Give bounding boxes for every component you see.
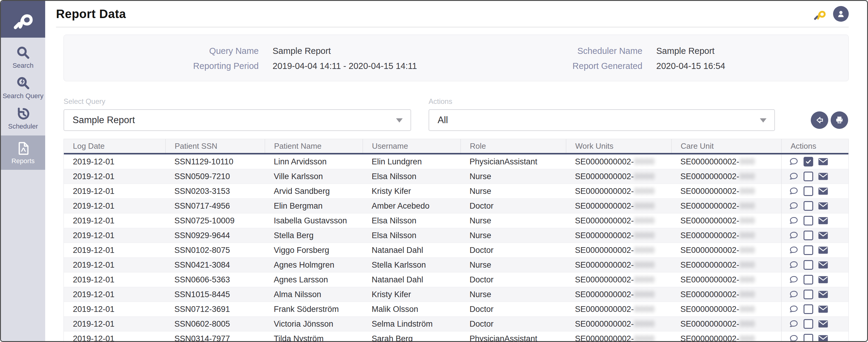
care-unit-prefix: SE0000000002- bbox=[680, 231, 739, 240]
select-checkbox[interactable] bbox=[804, 157, 813, 166]
comment-icon[interactable] bbox=[789, 201, 799, 211]
mail-icon[interactable] bbox=[818, 245, 829, 255]
cell-username: Kristy Kifer bbox=[363, 184, 461, 198]
select-query-dropdown[interactable]: Sample Report bbox=[64, 109, 411, 131]
select-checkbox[interactable] bbox=[804, 230, 813, 240]
mail-icon[interactable] bbox=[818, 275, 829, 284]
cell-patient-name: Elin Bergman bbox=[265, 199, 363, 213]
comment-icon[interactable] bbox=[789, 304, 799, 314]
mail-icon[interactable] bbox=[818, 216, 829, 225]
summary-right-group: Scheduler Name Sample Report Report Gene… bbox=[460, 46, 725, 71]
comment-icon[interactable] bbox=[789, 245, 799, 255]
select-checkbox[interactable] bbox=[804, 201, 813, 211]
work-units-redacted: 0000 bbox=[634, 275, 655, 284]
work-units-redacted: 0000 bbox=[634, 290, 655, 299]
cell-username: Amber Acebedo bbox=[363, 199, 461, 213]
select-checkbox[interactable] bbox=[804, 216, 813, 225]
select-checkbox[interactable] bbox=[804, 290, 813, 299]
cell-patient-ssn: SSN0602-8005 bbox=[165, 317, 265, 331]
cell-patient-ssn: SSN0509-7210 bbox=[165, 169, 265, 184]
cell-log-date: 2019-12-01 bbox=[64, 213, 165, 228]
reporting-period-label: Reporting Period bbox=[64, 61, 259, 71]
select-checkbox[interactable] bbox=[804, 319, 813, 329]
cell-care-unit: SE0000000002-000 bbox=[671, 258, 781, 272]
care-unit-redacted: 000 bbox=[740, 172, 755, 181]
app-logo[interactable] bbox=[1, 1, 45, 38]
cell-work-units: SE0000000002-0000 bbox=[566, 287, 671, 302]
select-checkbox[interactable] bbox=[804, 334, 813, 342]
cell-role: Doctor bbox=[461, 302, 566, 316]
select-checkbox[interactable] bbox=[804, 304, 813, 314]
care-unit-redacted: 000 bbox=[740, 260, 755, 270]
comment-icon[interactable] bbox=[789, 260, 799, 270]
check-icon bbox=[805, 158, 812, 165]
mail-icon[interactable] bbox=[818, 186, 829, 196]
mail-icon[interactable] bbox=[818, 319, 829, 329]
cell-log-date: 2019-12-01 bbox=[64, 273, 165, 287]
comment-icon[interactable] bbox=[789, 216, 799, 226]
export-back-button[interactable] bbox=[811, 112, 828, 129]
column-header-log-date: Log Date bbox=[64, 139, 165, 153]
cell-work-units: SE0000000002-0000 bbox=[566, 228, 671, 243]
mail-icon[interactable] bbox=[818, 334, 829, 342]
care-unit-redacted: 000 bbox=[740, 275, 755, 284]
cell-username: Elsa Nilsson bbox=[363, 228, 461, 243]
select-query-label: Select Query bbox=[64, 98, 411, 105]
header-divider bbox=[56, 27, 849, 27]
cell-role: Doctor bbox=[461, 317, 566, 331]
report-table: Log DatePatient SSNPatient NameUsernameR… bbox=[64, 139, 849, 342]
comment-icon[interactable] bbox=[789, 334, 799, 342]
mail-icon[interactable] bbox=[818, 157, 829, 166]
comment-icon[interactable] bbox=[789, 230, 799, 241]
work-units-prefix: SE0000000002- bbox=[575, 275, 634, 284]
mail-icon[interactable] bbox=[818, 230, 829, 240]
comment-icon[interactable] bbox=[789, 289, 799, 300]
comment-icon[interactable] bbox=[789, 275, 799, 285]
cell-log-date: 2019-12-01 bbox=[64, 169, 165, 184]
report-summary-panel: Query Name Sample Report Reporting Perio… bbox=[64, 35, 849, 81]
table-row: 2019-12-01SSN0602-8005Victoria JönssonSe… bbox=[64, 316, 848, 331]
select-checkbox[interactable] bbox=[804, 275, 813, 284]
cell-log-date: 2019-12-01 bbox=[64, 317, 165, 331]
mail-icon[interactable] bbox=[818, 290, 829, 299]
comment-icon[interactable] bbox=[789, 157, 799, 167]
user-avatar-button[interactable] bbox=[833, 6, 849, 22]
sidebar-item-scheduler[interactable]: Scheduler bbox=[1, 103, 45, 133]
cell-care-unit: SE0000000002-000 bbox=[671, 273, 781, 287]
table-row: 2019-12-01SSN0203-3153Arvid SandbergKris… bbox=[64, 184, 848, 198]
filter-row: Select Query Sample Report Actions All bbox=[64, 98, 849, 131]
comment-icon[interactable] bbox=[789, 171, 799, 182]
comment-icon[interactable] bbox=[789, 319, 799, 329]
sidebar: Search Search Query Scheduler bbox=[1, 1, 45, 341]
sidebar-item-search-query[interactable]: Search Query bbox=[1, 72, 45, 103]
select-checkbox[interactable] bbox=[804, 186, 813, 196]
sidebar-item-reports[interactable]: Reports bbox=[1, 135, 45, 170]
cell-care-unit: SE0000000002-000 bbox=[671, 302, 781, 316]
print-button[interactable] bbox=[831, 112, 848, 129]
actions-dropdown[interactable]: All bbox=[429, 109, 775, 131]
cell-patient-ssn: SSN0712-3691 bbox=[165, 302, 265, 316]
mail-icon[interactable] bbox=[818, 304, 829, 314]
select-checkbox[interactable] bbox=[804, 260, 813, 270]
cell-work-units: SE0000000002-0000 bbox=[566, 213, 671, 228]
work-units-prefix: SE0000000002- bbox=[575, 246, 634, 255]
care-unit-prefix: SE0000000002- bbox=[680, 290, 739, 299]
select-checkbox[interactable] bbox=[804, 172, 813, 181]
cell-care-unit: SE0000000002-000 bbox=[671, 154, 781, 169]
cell-actions bbox=[781, 154, 848, 169]
report-generated-value: 2020-04-15 16:54 bbox=[656, 61, 725, 71]
comment-icon[interactable] bbox=[789, 186, 799, 196]
mail-icon[interactable] bbox=[818, 201, 829, 211]
cell-patient-name: Agnes Holmgren bbox=[265, 258, 363, 272]
mail-icon[interactable] bbox=[818, 260, 829, 270]
cell-actions bbox=[781, 199, 848, 213]
cell-log-date: 2019-12-01 bbox=[64, 287, 165, 302]
cell-patient-name: Frank Söderström bbox=[265, 302, 363, 316]
select-checkbox[interactable] bbox=[804, 245, 813, 255]
mail-icon[interactable] bbox=[818, 172, 829, 181]
care-unit-prefix: SE0000000002- bbox=[680, 187, 739, 196]
sidebar-item-search[interactable]: Search bbox=[1, 42, 45, 72]
cell-patient-name: Arvid Sandberg bbox=[265, 184, 363, 198]
cell-role: Nurse bbox=[461, 184, 566, 198]
work-units-redacted: 0000 bbox=[634, 260, 655, 270]
